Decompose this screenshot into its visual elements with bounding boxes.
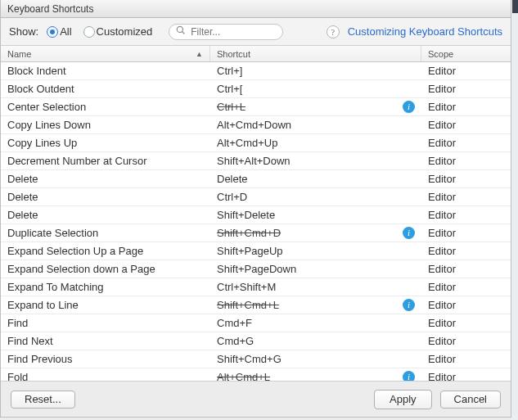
cell-name: Delete [1,209,210,221]
radio-all[interactable] [47,26,58,38]
toolbar: Show: All Customized ? Customizing Keybo… [1,18,511,46]
info-icon[interactable]: i [403,227,415,239]
table-row[interactable]: Expand Selection Up a PageShift+PageUpEd… [1,242,511,260]
cell-name: Fold [1,371,210,381]
help-link[interactable]: Customizing Keyboard Shortcuts [348,25,502,38]
cell-shortcut: Shift+PageUp [210,245,421,257]
cell-name: Center Selection [1,101,210,113]
cell-name: Block Outdent [1,83,210,95]
cell-shortcut: Shift+Cmd+Di [210,227,421,239]
cell-name: Find Previous [1,353,210,365]
cell-name: Find [1,317,210,329]
cell-scope: Editor [421,353,511,365]
cell-scope: Editor [421,209,511,221]
column-header-shortcut[interactable]: Shortcut [210,46,421,61]
sort-arrow-icon: ▲ [196,50,203,58]
info-icon[interactable]: i [403,371,415,381]
cell-shortcut: Shift+Delete [210,209,421,221]
cell-scope: Editor [421,281,511,293]
show-label: Show: [9,25,38,38]
cell-scope: Editor [421,101,511,113]
table-row[interactable]: DeleteDeleteEditor [1,170,511,188]
radio-customized[interactable] [83,26,95,38]
table-row[interactable]: Block IndentCtrl+]Editor [1,62,511,80]
titlebar: Keyboard Shortcuts [1,0,511,18]
cell-shortcut: Ctrl+[ [210,83,421,95]
filter-input[interactable] [189,25,276,38]
table-row[interactable]: Expand Selection down a PageShift+PageDo… [1,260,511,278]
cell-shortcut: Cmd+F [210,317,421,329]
window-title: Keyboard Shortcuts [7,3,93,15]
cell-scope: Editor [421,191,511,203]
filter-search[interactable] [169,24,283,40]
cell-scope: Editor [421,335,511,347]
keyboard-shortcuts-dialog: Keyboard Shortcuts Show: All Customized … [0,0,511,418]
help-icon[interactable]: ? [327,25,340,38]
cell-shortcut: Ctrl+D [210,191,421,203]
cell-name: Expand to Line [1,299,210,311]
table-row[interactable]: Copy Lines DownAlt+Cmd+DownEditor [1,116,511,134]
cell-name: Decrement Number at Cursor [1,155,210,167]
cell-scope: Editor [421,65,511,77]
table-row[interactable]: FindCmd+FEditor [1,314,511,332]
cell-shortcut: Ctrl+Li [210,101,421,113]
radio-customized-label: Customized [97,25,153,38]
cell-scope: Editor [421,83,511,95]
cell-name: Delete [1,191,210,203]
cell-shortcut: Shift+Alt+Down [210,155,421,167]
dialog-footer: Reset... Apply Cancel [1,381,511,417]
table-row[interactable]: DeleteCtrl+DEditor [1,188,511,206]
cell-scope: Editor [421,263,511,275]
cell-name: Duplicate Selection [1,227,210,239]
cell-shortcut: Cmd+G [210,335,421,347]
cell-scope: Editor [421,371,511,381]
cell-scope: Editor [421,299,511,311]
cell-shortcut: Shift+Cmd+G [210,353,421,365]
cell-scope: Editor [421,245,511,257]
apply-button[interactable]: Apply [374,390,432,409]
cell-name: Delete [1,173,210,185]
cell-shortcut: Alt+Cmd+Li [210,371,421,381]
cancel-button[interactable]: Cancel [440,391,501,409]
info-icon[interactable]: i [403,299,415,311]
column-header-scope[interactable]: Scope [421,46,511,61]
cell-shortcut: Shift+Cmd+Li [210,299,421,311]
table-row[interactable]: DeleteShift+DeleteEditor [1,206,511,224]
search-icon [176,25,189,38]
cell-name: Block Indent [1,65,210,77]
cell-shortcut: Shift+PageDown [210,263,421,275]
cell-name: Find Next [1,335,210,347]
table-row[interactable]: Duplicate SelectionShift+Cmd+DiEditor [1,224,511,242]
table-row[interactable]: Expand To MatchingCtrl+Shift+MEditor [1,278,511,296]
cell-name: Expand Selection down a Page [1,263,210,275]
cell-shortcut: Ctrl+Shift+M [210,281,421,293]
info-icon[interactable]: i [403,101,415,113]
cell-name: Copy Lines Down [1,119,210,131]
table-row[interactable]: Find PreviousShift+Cmd+GEditor [1,350,511,368]
cell-name: Copy Lines Up [1,137,210,149]
cell-shortcut: Ctrl+] [210,65,421,77]
background-stripe [512,0,518,420]
cell-name: Expand Selection Up a Page [1,245,210,257]
table-row[interactable]: Copy Lines UpAlt+Cmd+UpEditor [1,134,511,152]
cell-scope: Editor [421,137,511,149]
cell-scope: Editor [421,119,511,131]
cell-scope: Editor [421,317,511,329]
table-header: Name ▲ Shortcut Scope [1,46,511,62]
column-header-name[interactable]: Name ▲ [1,46,210,61]
table-row[interactable]: Decrement Number at CursorShift+Alt+Down… [1,152,511,170]
cell-scope: Editor [421,227,511,239]
table-row[interactable]: Center SelectionCtrl+LiEditor [1,98,511,116]
table-row[interactable]: Block OutdentCtrl+[Editor [1,80,511,98]
radio-all-wrap[interactable]: All [47,25,71,38]
cell-scope: Editor [421,173,511,185]
cell-name: Expand To Matching [1,281,210,293]
cell-shortcut: Alt+Cmd+Up [210,137,421,149]
table-row[interactable]: Find NextCmd+GEditor [1,332,511,350]
table-row[interactable]: FoldAlt+Cmd+LiEditor [1,368,511,381]
radio-all-label: All [60,25,71,38]
table-row[interactable]: Expand to LineShift+Cmd+LiEditor [1,296,511,314]
cell-shortcut: Alt+Cmd+Down [210,119,421,131]
reset-button[interactable]: Reset... [11,391,75,409]
radio-customized-wrap[interactable]: Customized [83,25,153,38]
